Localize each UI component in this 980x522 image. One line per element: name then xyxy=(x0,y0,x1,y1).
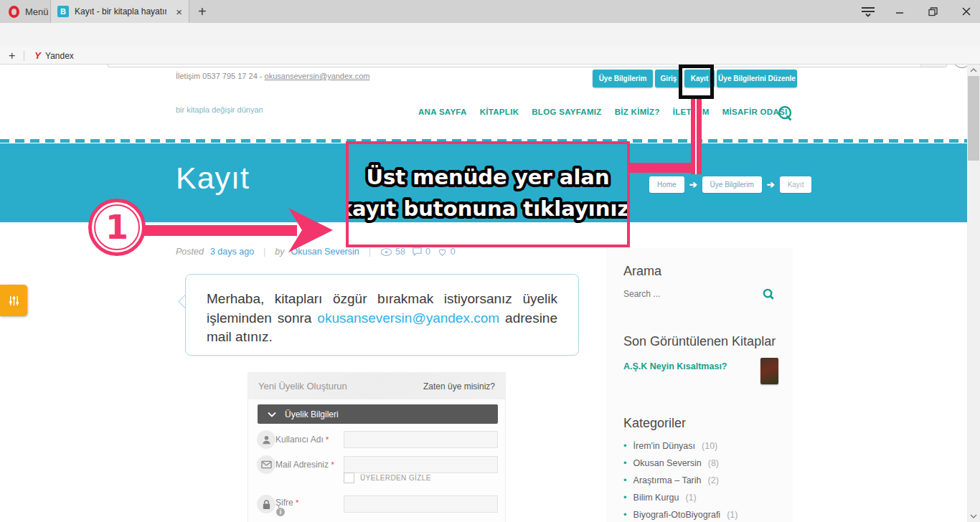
breadcrumb-arrow-icon: ➔ xyxy=(689,179,697,190)
annotation-arrow xyxy=(143,207,334,254)
email-label: Mail Adresiniz * xyxy=(275,460,334,470)
book-cover-thumbnail[interactable] xyxy=(760,358,778,384)
bookmark-yandex[interactable]: Y Yandex xyxy=(24,50,83,61)
tab-title: Kayıt - bir kitapla hayatınız xyxy=(75,6,166,16)
page-scrollbar[interactable] xyxy=(967,65,980,522)
heart-icon xyxy=(437,247,448,257)
tab-bar: Menü B Kayıt - bir kitapla hayatınız × + xyxy=(0,0,980,23)
scroll-up-icon[interactable] xyxy=(967,65,980,76)
comments-count: 0 xyxy=(425,247,430,257)
browser-tab[interactable]: B Kayıt - bir kitapla hayatınız × xyxy=(50,0,189,23)
annotation-step-circle: 1 xyxy=(88,199,146,256)
browser-window: Menü B Kayıt - bir kitapla hayatınız × + xyxy=(0,0,980,522)
post-quote: Merhaba, kitapları özgür bırakmak istiyo… xyxy=(185,274,579,356)
new-tab-button[interactable]: + xyxy=(198,4,207,20)
required-asterisk: * xyxy=(326,435,329,444)
views-count: 58 xyxy=(395,247,405,257)
recent-book-link[interactable]: A.Ş.K Neyin Kısaltması? xyxy=(623,361,753,371)
envelope-icon xyxy=(257,455,275,474)
annotation-callout-box: Üst menüde yer alan kayıt butonuna tıkla… xyxy=(346,141,630,247)
uye-bilgilerini-duzenle-button[interactable]: Üye Bilgilerini Düzenle xyxy=(717,70,797,87)
required-asterisk: * xyxy=(296,498,298,507)
registration-form: Yeni Üyelik Oluşturun Zaten üye misiniz?… xyxy=(248,372,506,522)
contact-email-link[interactable]: okusanseversin@yandex.com xyxy=(265,72,370,80)
scroll-down-icon[interactable] xyxy=(967,511,980,522)
nav-blog-sayfamiz[interactable]: BLOG SAYFAMIZ xyxy=(532,108,601,116)
sidebar-search-icon[interactable] xyxy=(763,288,775,303)
nav-ana-sayfa[interactable]: ANA SAYFA xyxy=(418,108,467,116)
annotation-line1: Üst menüde yer alan xyxy=(366,165,609,189)
contact-line: İletişim 0537 795 17 24 - okusanseversin… xyxy=(176,72,369,80)
opera-logo-icon xyxy=(9,6,19,18)
form-section-header[interactable]: Üyelik Bilgileri xyxy=(258,404,498,424)
sidebar: Arama Son Görüntülenen Kitaplar A.Ş.K Ne… xyxy=(606,248,793,522)
contact-text: İletişim 0537 795 17 24 - xyxy=(176,72,265,80)
tab-menu-icon[interactable] xyxy=(854,0,882,23)
uye-bilgilerim-button[interactable]: Üye Bilgilerim xyxy=(593,70,653,87)
password-label: Şifre * xyxy=(275,498,298,508)
comment-icon xyxy=(412,247,423,257)
site-tagline: bir kitapla değişir dünyan xyxy=(176,105,263,114)
username-input[interactable] xyxy=(344,431,498,448)
side-settings-button[interactable] xyxy=(0,285,27,316)
bullet-icon: • xyxy=(623,440,627,451)
main-nav: ANA SAYFA KİTAPLIK BLOG SAYFAMIZ BİZ KİM… xyxy=(418,108,787,116)
email-input[interactable] xyxy=(344,456,498,473)
breadcrumb-arrow-icon: ➔ xyxy=(767,179,775,190)
category-item[interactable]: • Bilim Kurgu (1) xyxy=(623,492,697,503)
bullet-icon: • xyxy=(623,475,627,485)
tab-close-icon[interactable]: × xyxy=(176,6,182,17)
sliders-icon xyxy=(8,295,20,307)
minimize-button[interactable] xyxy=(887,0,913,23)
breadcrumb-home[interactable]: Home xyxy=(649,176,684,193)
sidebar-search-title: Arama xyxy=(623,264,661,279)
category-item[interactable]: • Araştırma – Tarih (2) xyxy=(623,475,719,485)
opera-menu-button[interactable]: Menü xyxy=(0,0,57,23)
form-title: Yeni Üyelik Oluşturun xyxy=(258,381,347,392)
form-header: Yeni Üyelik Oluşturun Zaten üye misiniz? xyxy=(248,373,505,399)
menu-label: Menü xyxy=(25,6,49,17)
search-icon[interactable] xyxy=(777,105,794,126)
views-counter: 58 xyxy=(380,247,405,257)
nav-kitaplik[interactable]: KİTAPLIK xyxy=(480,108,519,116)
window-close-button[interactable] xyxy=(953,0,980,23)
restore-button[interactable] xyxy=(920,0,946,23)
eye-icon xyxy=(380,247,392,257)
likes-count: 0 xyxy=(451,247,456,257)
meta-separator: | xyxy=(366,247,374,257)
hide-from-members-label: ÜYELERDEN GİZLE xyxy=(360,474,431,482)
hide-from-members-checkbox[interactable] xyxy=(344,473,354,483)
annotation-connector-horizontal xyxy=(629,163,695,173)
already-member-link[interactable]: Zaten üye misiniz? xyxy=(423,381,495,392)
breadcrumb: Home ➔ Üye Bilgilerim ➔ Kayıt xyxy=(649,176,811,193)
bullet-icon: • xyxy=(623,492,627,503)
nav-biz-kimiz[interactable]: BİZ KİMİZ? xyxy=(615,108,660,116)
add-bookmark-button[interactable]: + xyxy=(0,49,24,62)
bookmarks-bar: + Y Yandex xyxy=(0,47,980,65)
scrollbar-thumb[interactable] xyxy=(968,76,979,161)
lock-icon xyxy=(257,495,275,513)
category-item[interactable]: • Okusan Seversin (8) xyxy=(623,457,719,468)
likes-counter[interactable]: 0 xyxy=(437,247,456,257)
browser-toolbar: www.okusanseversin.org/profile/register/ xyxy=(0,23,980,47)
breadcrumb-kayit: Kayıt xyxy=(780,176,812,193)
page-title: Kayıt xyxy=(176,161,250,196)
annotation-step-inner-ring xyxy=(94,204,140,250)
bullet-icon: • xyxy=(623,509,627,520)
breadcrumb-uye-bilgilerim[interactable]: Üye Bilgilerim xyxy=(702,176,762,193)
quote-email-link[interactable]: okusanseversin@yandex.com xyxy=(317,310,499,326)
user-icon xyxy=(257,430,275,449)
category-item[interactable]: • İrem'in Dünyası (10) xyxy=(623,440,717,451)
username-label: Kullanıcı Adı * xyxy=(275,435,329,445)
annotation-line2: kayıt butonuna tıklayınız. xyxy=(349,196,627,221)
sidebar-search-input[interactable] xyxy=(623,289,760,299)
password-input[interactable] xyxy=(344,495,498,513)
form-section-title: Üyelik Bilgileri xyxy=(285,409,339,419)
info-icon[interactable]: i xyxy=(276,508,285,516)
comments-counter: 0 xyxy=(412,247,430,257)
bullet-icon: • xyxy=(623,457,627,468)
category-item[interactable]: • Biyografi-OtoBiyografi (1) xyxy=(623,509,738,520)
required-asterisk: * xyxy=(331,460,334,469)
recent-books-title: Son Görüntülenen Kitaplar xyxy=(623,334,776,349)
chevron-down-icon xyxy=(268,412,276,417)
